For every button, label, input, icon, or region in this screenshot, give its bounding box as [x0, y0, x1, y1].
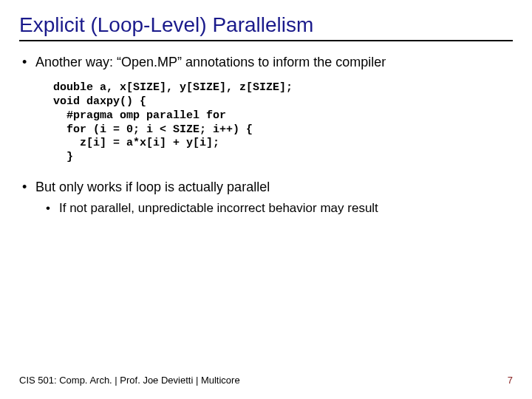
code-block: double a, x[SIZE], y[SIZE], z[SIZE]; voi…	[53, 81, 513, 165]
bullet-list: Another way: “Open.MP” annotations to in…	[19, 53, 513, 71]
bullet-item: Another way: “Open.MP” annotations to in…	[19, 53, 513, 71]
bullet-text: But only works if loop is actually paral…	[35, 180, 270, 194]
slide: Explicit (Loop-Level) Parallelism Anothe…	[0, 0, 532, 399]
footer: CIS 501: Comp. Arch. | Prof. Joe Deviett…	[19, 375, 513, 386]
slide-title: Explicit (Loop-Level) Parallelism	[19, 13, 513, 41]
sub-bullet-item: If not parallel, unpredictable incorrect…	[43, 200, 513, 217]
bullet-item: But only works if loop is actually paral…	[19, 178, 513, 217]
sub-bullet-text: If not parallel, unpredictable incorrect…	[59, 201, 378, 215]
sub-bullet-list: If not parallel, unpredictable incorrect…	[35, 200, 513, 217]
bullet-list: But only works if loop is actually paral…	[19, 178, 513, 217]
footer-left: CIS 501: Comp. Arch. | Prof. Joe Deviett…	[19, 375, 240, 386]
bullet-text: Another way: “Open.MP” annotations to in…	[35, 55, 386, 69]
page-number: 7	[508, 375, 513, 386]
